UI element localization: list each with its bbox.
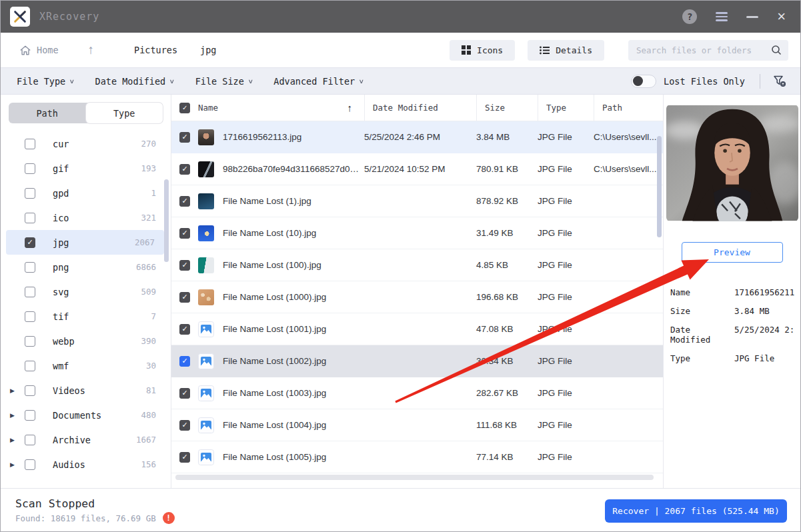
column-header-date-modified[interactable]: Date Modified: [364, 95, 476, 121]
breadcrumb-pictures[interactable]: Pictures: [134, 45, 177, 55]
table-vertical-scrollbar[interactable]: [657, 136, 662, 237]
table-horizontal-scrollbar[interactable]: [175, 475, 654, 480]
expand-caret-icon[interactable]: ▶: [10, 412, 25, 419]
sidebar-checkbox[interactable]: [25, 336, 35, 347]
filter-dropdown-file-type[interactable]: File Type∨: [17, 76, 74, 87]
row-checkbox[interactable]: ✓: [179, 292, 190, 303]
table-row[interactable]: ✓File Name Lost (100).jpg4.85 KBJPG File: [171, 249, 663, 281]
sidebar-item-jpg[interactable]: ✓jpg2067: [6, 230, 164, 255]
sidebar-item-tif[interactable]: tif7: [1, 304, 171, 329]
file-name: File Name Lost (1004).jpg: [223, 420, 364, 430]
detail-value: 5/25/2024 2:··: [734, 325, 795, 345]
sidebar-item-ico[interactable]: ico321: [1, 205, 171, 230]
filter-dropdown-advanced-filter[interactable]: Advanced Filter∨: [273, 76, 363, 87]
preview-button[interactable]: Preview: [682, 242, 783, 263]
table-row[interactable]: ✓File Name Lost (10).jpg31.49 KBJPG File: [171, 217, 663, 249]
sidebar-checkbox[interactable]: [25, 311, 35, 322]
sidebar-checkbox[interactable]: [25, 262, 35, 273]
file-name: File Name Lost (1005).jpg: [223, 452, 364, 462]
home-button[interactable]: Home: [19, 45, 59, 56]
sidebar-item-cur[interactable]: cur270: [1, 131, 171, 156]
row-checkbox[interactable]: ✓: [179, 356, 190, 367]
sidebar-item-label: Videos: [53, 385, 85, 396]
sidebar-item-gif[interactable]: gif193: [1, 156, 171, 181]
row-checkbox[interactable]: ✓: [179, 196, 190, 207]
file-thumbnail: [198, 385, 214, 401]
sidebar-checkbox[interactable]: [25, 163, 35, 174]
details-view-button[interactable]: Details: [528, 40, 604, 61]
up-level-icon[interactable]: ↑: [88, 43, 95, 57]
sidebar-item-wmf[interactable]: wmf30: [1, 353, 171, 378]
sidebar-checkbox[interactable]: [25, 361, 35, 371]
tab-path[interactable]: Path: [9, 103, 86, 123]
sidebar-item-webp[interactable]: webp390: [1, 329, 171, 353]
sidebar-item-documents[interactable]: ▶Documents480: [1, 403, 171, 427]
sidebar-item-audios[interactable]: ▶Audios156: [1, 452, 171, 477]
table-row[interactable]: ✓1716619562113.jpg5/25/2024 2:46 PM3.84 …: [171, 121, 663, 153]
recover-button[interactable]: Recover | 2067 files (525.44 MB): [605, 499, 787, 523]
column-header-name[interactable]: Name ↑: [198, 95, 364, 121]
minimize-icon[interactable]: [746, 16, 758, 18]
row-checkbox[interactable]: ✓: [179, 420, 190, 431]
table-row[interactable]: ✓File Name Lost (1000).jpg196.68 KBJPG F…: [171, 281, 663, 313]
table-row[interactable]: ✓98b226ba70fe94d311668527d01...5/21/2024…: [171, 153, 663, 185]
table-row[interactable]: ✓File Name Lost (1001).jpg47.08 KBJPG Fi…: [171, 313, 663, 345]
lost-files-only-toggle[interactable]: [631, 75, 656, 88]
row-checkbox[interactable]: ✓: [179, 132, 190, 143]
breadcrumb-jpg[interactable]: jpg: [200, 45, 216, 55]
sidebar-checkbox[interactable]: [25, 287, 35, 297]
expand-caret-icon[interactable]: ▶: [10, 461, 25, 468]
sidebar-checkbox[interactable]: [25, 213, 35, 223]
clear-filter-icon[interactable]: [772, 75, 787, 88]
help-icon[interactable]: ?: [682, 9, 697, 24]
tab-type[interactable]: Type: [86, 103, 163, 123]
sidebar-checkbox[interactable]: [25, 459, 35, 470]
row-checkbox[interactable]: ✓: [179, 324, 190, 335]
warning-icon[interactable]: !: [163, 512, 175, 524]
sidebar-scrollbar[interactable]: [164, 179, 169, 262]
sidebar-item-count: 7: [151, 311, 156, 321]
table-row[interactable]: ✓File Name Lost (1002).jpg30.34 KBJPG Fi…: [171, 345, 663, 377]
sidebar-checkbox[interactable]: [25, 435, 35, 445]
sidebar-checkbox[interactable]: [25, 385, 35, 396]
sidebar-checkbox[interactable]: [25, 139, 35, 149]
file-name: 98b226ba70fe94d311668527d01...: [223, 164, 364, 174]
sidebar-item-videos[interactable]: ▶Videos81: [1, 378, 171, 403]
sidebar-item-gpd[interactable]: gpd1: [1, 181, 171, 205]
column-header-type[interactable]: Type: [538, 95, 594, 121]
filter-dropdown-file-size[interactable]: File Size∨: [195, 76, 253, 87]
sort-ascending-icon[interactable]: ↑: [347, 102, 353, 113]
row-checkbox[interactable]: ✓: [179, 164, 190, 175]
sidebar-item-png[interactable]: png6866: [1, 255, 171, 279]
sidebar-item-archive[interactable]: ▶Archive1667: [1, 427, 171, 452]
table-row[interactable]: ✓File Name Lost (1005).jpg77.14 KBJPG Fi…: [171, 441, 663, 473]
menu-icon[interactable]: [716, 12, 728, 21]
row-checkbox[interactable]: ✓: [179, 452, 190, 463]
sidebar-checkbox[interactable]: [25, 188, 35, 199]
file-type: JPG File: [538, 388, 594, 398]
filter-dropdown-date-modified[interactable]: Date Modified∨: [95, 76, 174, 87]
file-type-list: cur270gif193gpd1ico321✓jpg2067png6866svg…: [1, 131, 171, 477]
sidebar-item-svg[interactable]: svg509: [1, 279, 171, 304]
select-all-checkbox[interactable]: ✓: [179, 103, 190, 113]
row-checkbox[interactable]: ✓: [179, 228, 190, 239]
file-size: 47.08 KB: [476, 324, 538, 334]
sidebar-checkbox[interactable]: [25, 410, 35, 421]
close-icon[interactable]: ×: [777, 9, 786, 24]
sidebar-item-label: Documents: [53, 410, 101, 421]
expand-caret-icon[interactable]: ▶: [10, 387, 25, 394]
row-checkbox[interactable]: ✓: [179, 260, 190, 271]
table-row[interactable]: ✓File Name Lost (1).jpg878.92 KBJPG File: [171, 185, 663, 217]
table-row[interactable]: ✓File Name Lost (1003).jpg282.67 KBJPG F…: [171, 377, 663, 409]
row-checkbox[interactable]: ✓: [179, 388, 190, 399]
column-header-path[interactable]: Path: [594, 95, 663, 121]
table-row[interactable]: ✓File Name Lost (1004).jpg111.68 KBJPG F…: [171, 409, 663, 441]
expand-caret-icon[interactable]: ▶: [10, 437, 25, 443]
search-input[interactable]: [636, 45, 771, 55]
app-title: XRecovery: [39, 11, 99, 23]
sidebar-checkbox[interactable]: ✓: [25, 237, 35, 248]
icons-view-button[interactable]: Icons: [450, 40, 515, 61]
preview-detail-size: Size3.84 MB: [670, 306, 795, 316]
column-header-size[interactable]: Size: [476, 95, 538, 121]
search-box[interactable]: [628, 40, 788, 61]
